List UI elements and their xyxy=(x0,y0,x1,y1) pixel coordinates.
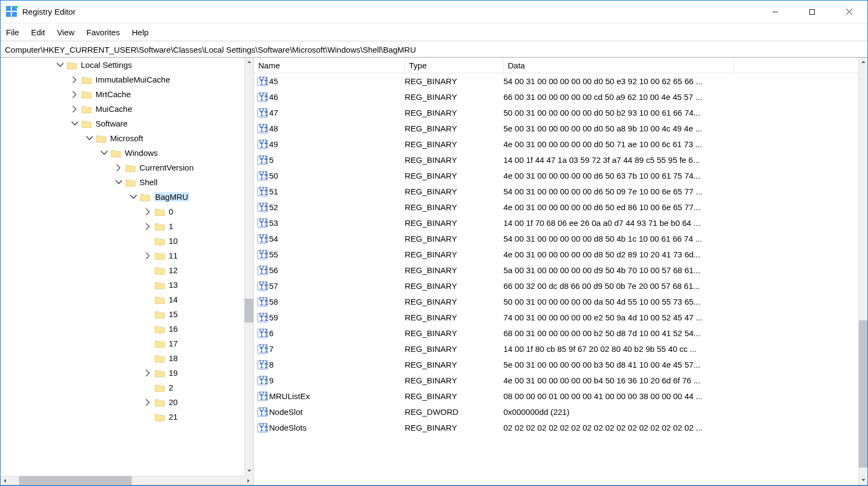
tree-item[interactable]: 0 xyxy=(1,204,194,219)
expand-icon[interactable] xyxy=(143,339,152,349)
list-row[interactable]: 53REG_BINARY14 00 1f 70 68 06 ee 26 0a a… xyxy=(254,215,858,231)
list-row[interactable]: 54REG_BINARY54 00 31 00 00 00 00 00 d8 5… xyxy=(254,231,858,247)
expand-icon[interactable] xyxy=(84,134,94,143)
tree-item[interactable]: 17 xyxy=(1,336,194,351)
list-row[interactable]: 57REG_BINARY66 00 32 00 dc d8 66 00 d9 5… xyxy=(254,278,858,294)
list-row[interactable]: 48REG_BINARY5e 00 31 00 00 00 00 00 d0 5… xyxy=(254,121,858,136)
col-data[interactable]: Data xyxy=(503,58,734,73)
tree-item[interactable]: 2 xyxy=(1,380,194,395)
tree-item[interactable]: 18 xyxy=(1,351,194,365)
expand-icon[interactable] xyxy=(143,354,152,363)
tree-item[interactable]: 16 xyxy=(1,321,194,336)
list-row[interactable]: 46REG_BINARY66 00 31 00 00 00 00 00 cd 5… xyxy=(254,89,858,105)
expand-icon[interactable] xyxy=(143,412,152,422)
expand-icon[interactable] xyxy=(69,104,79,114)
list-row[interactable]: 59REG_BINARY74 00 31 00 00 00 00 00 e2 5… xyxy=(254,310,858,325)
expand-icon[interactable] xyxy=(143,383,152,393)
tree-item[interactable]: BagMRU xyxy=(1,190,194,204)
expand-icon[interactable] xyxy=(143,207,152,217)
col-name[interactable]: Name xyxy=(254,58,405,73)
binary-icon xyxy=(257,344,268,354)
menu-favorites[interactable]: Favorites xyxy=(85,27,121,38)
tree-item[interactable]: 10 xyxy=(1,233,194,248)
list-row[interactable]: NodeSlotsREG_BINARY02 02 02 02 02 02 02 … xyxy=(254,420,858,435)
expand-icon[interactable] xyxy=(143,222,152,231)
expand-icon[interactable] xyxy=(113,178,123,187)
tree-item[interactable]: Windows xyxy=(1,146,194,160)
list-row[interactable]: 49REG_BINARY4e 00 31 00 00 00 00 00 d0 5… xyxy=(254,136,858,152)
tree-item[interactable]: Shell xyxy=(1,175,194,190)
list-vscrollbar[interactable] xyxy=(858,58,867,485)
scroll-right-icon[interactable] xyxy=(244,476,253,485)
menu-view[interactable]: View xyxy=(56,27,75,38)
expand-icon[interactable] xyxy=(69,90,79,99)
list-row[interactable]: 45REG_BINARY54 00 31 00 00 00 00 00 d0 5… xyxy=(254,73,858,89)
tree-item[interactable]: CurrentVersion xyxy=(1,160,194,175)
expand-icon[interactable] xyxy=(113,163,123,173)
list-row[interactable]: 9REG_BINARY4e 00 31 00 00 00 00 00 b4 50… xyxy=(254,373,858,388)
list-row[interactable]: 8REG_BINARY5e 00 31 00 00 00 00 00 b3 50… xyxy=(254,357,858,373)
tree-item[interactable]: ImmutableMuiCache xyxy=(1,72,194,87)
menu-help[interactable]: Help xyxy=(131,27,150,38)
list-row[interactable]: 56REG_BINARY5a 00 31 00 00 00 00 00 d9 5… xyxy=(254,262,858,278)
tree-item[interactable]: 12 xyxy=(1,263,194,277)
tree-item[interactable]: 19 xyxy=(1,365,194,380)
list-row[interactable]: 7REG_BINARY14 00 1f 80 cb 85 9f 67 20 02… xyxy=(254,341,858,357)
expand-icon[interactable] xyxy=(69,75,79,85)
expand-icon[interactable] xyxy=(69,119,79,129)
list-row[interactable]: 55REG_BINARY4e 00 31 00 00 00 00 00 d8 5… xyxy=(254,247,858,262)
list-row[interactable]: 6REG_BINARY68 00 31 00 00 00 00 00 b2 50… xyxy=(254,325,858,341)
tree-item[interactable]: Local Settings xyxy=(1,58,194,72)
expand-icon[interactable] xyxy=(143,236,152,246)
tree-item-label: 19 xyxy=(169,368,178,377)
tree-hscrollbar[interactable] xyxy=(1,476,253,485)
tree-item[interactable]: 21 xyxy=(1,409,194,424)
expand-icon[interactable] xyxy=(128,192,138,202)
close-button[interactable] xyxy=(831,1,867,23)
value-name: 59 xyxy=(269,313,278,322)
maximize-button[interactable] xyxy=(794,1,831,23)
scroll-left-icon[interactable] xyxy=(1,476,10,485)
list-row[interactable]: 58REG_BINARY50 00 31 00 00 00 00 00 da 5… xyxy=(254,294,858,310)
tree-item[interactable]: 15 xyxy=(1,307,194,321)
list-row[interactable]: 52REG_BINARY4e 00 31 00 00 00 00 00 d6 5… xyxy=(254,199,858,215)
list-row[interactable]: 50REG_BINARY4e 00 31 00 00 00 00 00 d6 5… xyxy=(254,168,858,184)
expand-icon[interactable] xyxy=(143,280,152,290)
expand-icon[interactable] xyxy=(99,148,108,158)
scroll-up-icon[interactable] xyxy=(245,58,253,67)
expand-icon[interactable] xyxy=(143,397,152,407)
tree-item[interactable]: 1 xyxy=(1,219,194,233)
scroll-down-icon[interactable] xyxy=(245,466,253,476)
list-row[interactable]: 51REG_BINARY54 00 31 00 00 00 00 00 d6 5… xyxy=(254,184,858,199)
tree-item[interactable]: Microsoft xyxy=(1,131,194,146)
menu-file[interactable]: File xyxy=(5,27,20,38)
tree-item[interactable]: 14 xyxy=(1,292,194,307)
value-type: REG_BINARY xyxy=(405,250,503,259)
tree-item[interactable]: 20 xyxy=(1,395,194,409)
expand-icon[interactable] xyxy=(55,60,65,70)
tree-item[interactable]: MuiCache xyxy=(1,102,194,116)
expand-icon[interactable] xyxy=(143,266,152,275)
expand-icon[interactable] xyxy=(143,324,152,334)
expand-icon[interactable] xyxy=(143,310,152,319)
list-row[interactable]: 5REG_BINARY14 00 1f 44 47 1a 03 59 72 3f… xyxy=(254,152,858,168)
menu-edit[interactable]: Edit xyxy=(30,27,46,38)
tree-item[interactable]: 13 xyxy=(1,277,194,292)
tree-item-label: Software xyxy=(95,119,127,128)
scroll-up-icon[interactable] xyxy=(859,58,867,67)
list-row[interactable]: 47REG_BINARY50 00 31 00 00 00 00 00 d0 5… xyxy=(254,105,858,121)
address-bar[interactable]: Computer\HKEY_CURRENT_USER\Software\Clas… xyxy=(1,41,867,58)
scroll-down-icon[interactable] xyxy=(859,476,867,485)
minimize-button[interactable] xyxy=(757,1,794,23)
value-data: 08 00 00 00 01 00 00 00 41 00 00 00 38 0… xyxy=(503,392,858,401)
expand-icon[interactable] xyxy=(143,295,152,305)
col-type[interactable]: Type xyxy=(405,58,503,73)
tree-item[interactable]: MrtCache xyxy=(1,87,194,102)
tree-item[interactable]: 11 xyxy=(1,248,194,263)
tree-item[interactable]: Software xyxy=(1,116,194,131)
expand-icon[interactable] xyxy=(143,251,152,261)
tree-vscrollbar[interactable] xyxy=(244,58,253,476)
list-row[interactable]: NodeSlotREG_DWORD0x000000dd (221) xyxy=(254,404,858,420)
expand-icon[interactable] xyxy=(143,368,152,378)
list-row[interactable]: MRUListExREG_BINARY08 00 00 00 01 00 00 … xyxy=(254,388,858,404)
